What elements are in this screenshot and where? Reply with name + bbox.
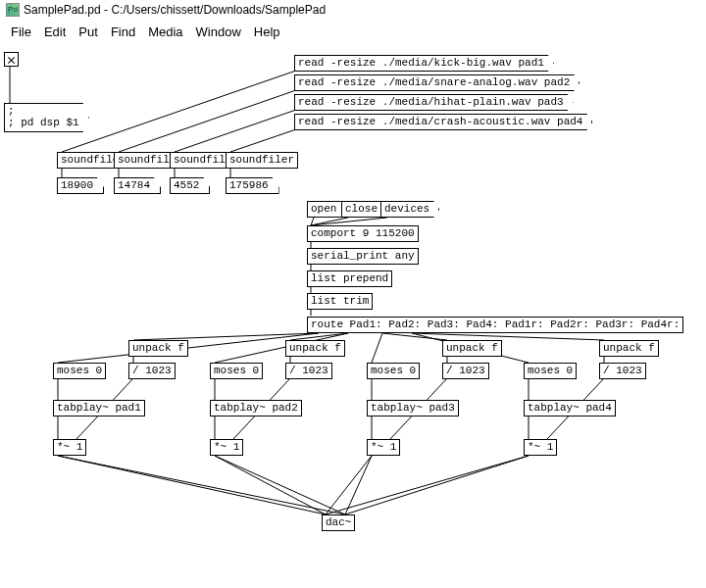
window-title: SamplePad.pd - C:/Users/chissett/Downloa… [24,3,326,17]
menu-window[interactable]: Window [191,24,246,40]
mult-3[interactable]: *~ 1 [367,439,400,456]
svg-line-2 [119,90,296,152]
moses-4[interactable]: moses 0 [524,363,577,379]
dsp-msg[interactable]: ;; pd dsp $1 [4,103,89,132]
route[interactable]: route Pad1: Pad2: Pad3: Pad4: Pad1r: Pad… [307,317,683,333]
tabplay-4[interactable]: tabplay~ pad4 [524,400,616,416]
read-msg-3[interactable]: read -resize ./media/hihat-plain.wav pad… [294,94,574,111]
list-trim[interactable]: list trim [307,293,373,310]
svg-line-20 [58,333,319,363]
svg-line-18 [382,333,447,340]
unpack-4[interactable]: unpack f [599,340,659,357]
svg-line-16 [133,333,319,340]
menu-edit[interactable]: Edit [39,24,71,40]
dac[interactable]: dac~ [322,514,355,531]
svg-line-9 [311,218,314,225]
dsp-msg-text: ; pd dsp $1 [8,117,79,128]
div1023-4[interactable]: / 1023 [599,363,646,379]
moses-3[interactable]: moses 0 [367,363,420,379]
list-prepend[interactable]: list prepend [307,270,392,287]
menu-find[interactable]: Find [106,24,140,40]
count-2[interactable]: 14784 [114,177,161,194]
count-4[interactable]: 175986 [226,177,279,194]
svg-line-17 [290,333,348,340]
svg-line-43 [215,456,345,514]
comport[interactable]: comport 9 115200 [307,225,419,242]
tabplay-2[interactable]: tabplay~ pad2 [210,400,302,416]
tabplay-3[interactable]: tabplay~ pad3 [367,400,459,416]
serial-print[interactable]: serial_print any [307,248,419,265]
svg-line-45 [345,456,372,514]
div1023-1[interactable]: / 1023 [128,363,176,379]
titlebar: Pd SamplePad.pd - C:/Users/chissett/Down… [0,0,706,20]
menu-media[interactable]: Media [143,24,187,40]
mult-4[interactable]: *~ 1 [524,439,557,456]
tabplay-1[interactable]: tabplay~ pad1 [53,400,145,416]
read-msg-1[interactable]: read -resize ./media/kick-big.wav pad1 [294,55,554,72]
svg-line-4 [230,129,296,152]
menu-file[interactable]: File [6,24,36,40]
count-3[interactable]: 4552 [170,177,210,194]
devices-msg[interactable]: devices [380,201,439,218]
unpack-3[interactable]: unpack f [442,340,502,357]
div1023-3[interactable]: / 1023 [442,363,489,379]
menu-put[interactable]: Put [74,24,103,40]
div1023-2[interactable]: / 1023 [285,363,332,379]
moses-1[interactable]: moses 0 [53,363,106,379]
svg-line-46 [326,456,529,514]
menu-help[interactable]: Help [249,24,285,40]
svg-line-40 [58,456,326,514]
svg-line-42 [215,456,326,514]
open-msg[interactable]: open [307,201,346,218]
dsp-toggle[interactable] [4,52,19,67]
soundfiler-4[interactable]: soundfiler [226,152,298,169]
menubar: File Edit Put Find Media Window Help [0,20,706,44]
svg-line-41 [58,456,345,514]
unpack-2[interactable]: unpack f [285,340,345,357]
svg-line-44 [326,456,372,514]
svg-line-10 [311,218,348,225]
svg-line-22 [372,333,382,363]
svg-line-47 [345,456,529,514]
app-icon: Pd [6,3,20,17]
unpack-1[interactable]: unpack f [128,340,188,357]
svg-line-3 [175,110,296,152]
svg-line-19 [412,333,604,340]
close-msg[interactable]: close [341,201,387,218]
moses-2[interactable]: moses 0 [210,363,263,379]
count-1[interactable]: 18900 [57,177,104,194]
patch-canvas[interactable]: ;; pd dsp $1 read -resize ./media/kick-b… [0,44,706,588]
mult-2[interactable]: *~ 1 [210,439,243,456]
read-msg-2[interactable]: read -resize ./media/snare-analog.wav pa… [294,74,580,91]
read-msg-4[interactable]: read -resize ./media/crash-acoustic.wav … [294,114,592,130]
mult-1[interactable]: *~ 1 [53,439,86,456]
svg-line-1 [62,71,296,152]
svg-line-11 [311,218,387,225]
